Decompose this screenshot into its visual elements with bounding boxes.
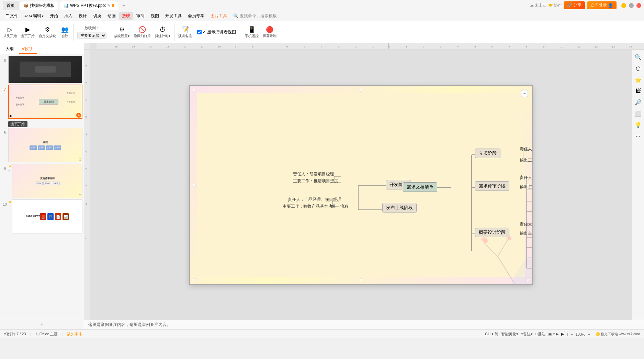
menu-design[interactable]: 设计 bbox=[76, 12, 90, 20]
menu-home[interactable]: 开始 bbox=[47, 12, 61, 20]
svg-text:0: 0 bbox=[388, 45, 390, 48]
menu-search[interactable]: 🔍 查找命令、搜索模板 bbox=[230, 12, 279, 20]
zoom-in-btn[interactable]: + bbox=[588, 332, 590, 336]
slide-item-7[interactable]: 7 需求文档 开发阶段 发布阶段 立项阶段 评审阶段 ▶ bbox=[1, 85, 82, 119]
screen-record-btn[interactable]: 🔴 屏幕录制 bbox=[261, 22, 278, 42]
menu-review[interactable]: 审阅 bbox=[134, 12, 147, 20]
svg-text:-15: -15 bbox=[131, 45, 135, 48]
rt-image[interactable]: 🖼 bbox=[634, 87, 642, 96]
svg-line-46 bbox=[498, 257, 515, 284]
menu-view[interactable]: 视图 bbox=[148, 12, 162, 20]
svg-text:-11: -11 bbox=[200, 45, 204, 48]
handle-tl[interactable] bbox=[193, 89, 195, 91]
win-minimize[interactable] bbox=[621, 3, 626, 8]
from-current-btn[interactable]: ▶ 当页开始 bbox=[19, 22, 36, 42]
title-bar: 首页 📦 找模板壳模板 📊 WPS PPT教程.pptx ✎ + ☁ 未上云 🤝… bbox=[0, 0, 644, 11]
menu-animation[interactable]: 动画 bbox=[105, 12, 118, 20]
slide-item-8[interactable]: 8 流程 步骤1 步骤2 步骤3 步骤4 ⊙ bbox=[1, 128, 82, 162]
rt-ai[interactable]: 💡 bbox=[633, 120, 643, 130]
svg-text:-7: -7 bbox=[85, 81, 88, 84]
play-btn[interactable]: ▶ bbox=[561, 332, 564, 336]
add-tab-btn[interactable]: + bbox=[120, 1, 128, 10]
rt-zoom-in[interactable]: 🔎 bbox=[633, 98, 643, 107]
view-icons[interactable]: ▣ ≡ ▶ bbox=[548, 332, 559, 336]
toolbar-row: ▷ 从头开始 ▶ 当页开始 ⚙ 自定义放映 👥 会议 放映到： 主要显示器 ⚙ … bbox=[0, 21, 644, 43]
handle-bc[interactable] bbox=[360, 279, 362, 281]
rt-star[interactable]: ⭐ bbox=[633, 75, 643, 85]
svg-text:-13: -13 bbox=[165, 45, 169, 48]
lang-btn[interactable]: CH ♦ 简 bbox=[485, 331, 498, 337]
rt-crop[interactable]: ⬜ bbox=[633, 109, 643, 118]
smart-btn[interactable]: 智能美化▾ bbox=[501, 331, 518, 337]
display-select[interactable]: 主要显示器 bbox=[77, 32, 106, 39]
menu-edit[interactable]: ↩ ↪ 编辑▾ bbox=[22, 12, 46, 20]
review-phase-node: 需求评审阶段 bbox=[475, 181, 509, 191]
menu-file[interactable]: ☰ 文件 bbox=[3, 12, 21, 20]
slide-item-10[interactable]: 10 ★ 互惠互利PPT 📕 🖼 📄 📊 bbox=[1, 199, 82, 234]
brand-logo: 🟡 极光下载站 www.xz7.com bbox=[596, 332, 640, 337]
login-btn[interactable]: 立即登录 👤 bbox=[587, 1, 617, 9]
zoom-out-btn[interactable]: − bbox=[570, 332, 573, 336]
menu-insert[interactable]: 插入 bbox=[61, 12, 75, 20]
svg-text:1: 1 bbox=[406, 45, 407, 48]
slideshow-settings-btn[interactable]: ⚙ 放映设置▾ bbox=[112, 22, 131, 42]
meeting-btn[interactable]: 👥 会议 bbox=[58, 22, 71, 42]
rt-search[interactable]: 🔍 bbox=[633, 53, 643, 62]
win-close[interactable] bbox=[636, 3, 641, 8]
home-tab[interactable]: 首页 bbox=[3, 1, 19, 10]
unsaved-dot bbox=[112, 4, 114, 7]
svg-text:0: 0 bbox=[85, 203, 88, 205]
presenter-notes-btn[interactable]: 📝 演讲备注 bbox=[177, 22, 194, 42]
font-missing[interactable]: 缺矢字体 bbox=[67, 331, 82, 337]
handle-ml[interactable] bbox=[193, 184, 195, 186]
ruler-h-svg: -16-15-14 -13-12-11 -10-9-8 -7-6-5 -4-3-… bbox=[97, 43, 644, 50]
slides-tab[interactable]: 幻灯片 bbox=[19, 45, 37, 54]
dev-manager-text: 责任人：研发项目经理 bbox=[293, 171, 334, 177]
comment-btn[interactable]: ≡备注▾ bbox=[521, 331, 533, 337]
show-presenter-view[interactable]: ✓ 显示演讲者视图 bbox=[194, 28, 239, 36]
from-start-btn[interactable]: ▷ 从头开始 bbox=[1, 22, 19, 42]
sep3 bbox=[174, 24, 174, 41]
handle-tc[interactable] bbox=[360, 89, 362, 91]
custom-slideshow-btn[interactable]: ⚙ 自定义放映 bbox=[37, 22, 58, 42]
collab-btn[interactable]: 🤝 协作 bbox=[548, 3, 562, 8]
title-bar-right: ☁ 未上云 🤝 协作 🔗 分享 立即登录 👤 bbox=[530, 1, 641, 9]
template-tab[interactable]: 📦 找模板壳模板 bbox=[20, 1, 58, 10]
file-tab-label: WPS PPT教程.pptx bbox=[70, 3, 106, 9]
tooltip-current-page: 当页开始 bbox=[8, 121, 27, 127]
handle-br[interactable] bbox=[527, 279, 529, 281]
review-btn[interactable]: □批注 bbox=[535, 331, 545, 337]
ruler-corner bbox=[84, 43, 90, 50]
status-right: CH ♦ 简 智能美化▾ ≡备注▾ □批注 ▣ ≡ ▶ ▶ | − 103% +… bbox=[485, 331, 640, 337]
review-r2: 输出主要文档 bbox=[520, 184, 533, 190]
slide-item-6[interactable]: 6 bbox=[1, 56, 82, 83]
handle-mr[interactable] bbox=[527, 184, 529, 186]
hide-slide-btn[interactable]: 🚫 隐藏幻灯片 bbox=[132, 22, 152, 42]
svg-text:9: 9 bbox=[543, 45, 545, 48]
slide-item-9[interactable]: 9 ★ ♪ 流程基本内容 流程框 流程框 流程框 bbox=[1, 164, 82, 198]
design-phase-node: 概要设计阶段 bbox=[475, 228, 509, 237]
slide-canvas[interactable]: 责任人：研发项目经理 主要工作：推进项目进度 开发阶段 责任人：产品经理、项目经… bbox=[90, 50, 632, 320]
slide-panel-tabs: 大纲 幻灯片 bbox=[0, 43, 84, 54]
home-tab-label: 首页 bbox=[7, 3, 15, 9]
outline-tab[interactable]: 大纲 bbox=[3, 45, 16, 54]
file-tab[interactable]: 📊 WPS PPT教程.pptx ✎ bbox=[60, 1, 118, 10]
svg-text:-2: -2 bbox=[354, 45, 357, 48]
rehearse-btn[interactable]: ⏱ 排练计时▾ bbox=[153, 22, 172, 42]
zoom-btn-slide[interactable]: − bbox=[521, 90, 528, 97]
design-r1: 责任人：研发项目经理 bbox=[520, 221, 533, 227]
win-maximize[interactable] bbox=[629, 3, 634, 8]
menu-transition[interactable]: 切换 bbox=[90, 12, 104, 20]
rt-more[interactable]: ··· bbox=[634, 132, 642, 141]
rt-template[interactable]: ⬡ bbox=[634, 64, 642, 73]
menu-vip[interactable]: 会员专享 bbox=[185, 12, 207, 20]
menu-developer[interactable]: 开发工具 bbox=[162, 12, 184, 20]
phone-remote-btn[interactable]: 📱 手机遥控 bbox=[243, 22, 260, 42]
handle-bl[interactable] bbox=[193, 279, 195, 281]
menu-picture-tools[interactable]: 图片工具 bbox=[208, 12, 230, 20]
share-btn[interactable]: 🔗 分享 bbox=[564, 1, 585, 9]
svg-text:-6: -6 bbox=[85, 99, 88, 101]
presenter-view-checkbox[interactable] bbox=[197, 30, 202, 34]
add-slide-btn[interactable]: ＋ bbox=[0, 320, 84, 329]
menu-slideshow[interactable]: 放映 bbox=[119, 12, 133, 20]
